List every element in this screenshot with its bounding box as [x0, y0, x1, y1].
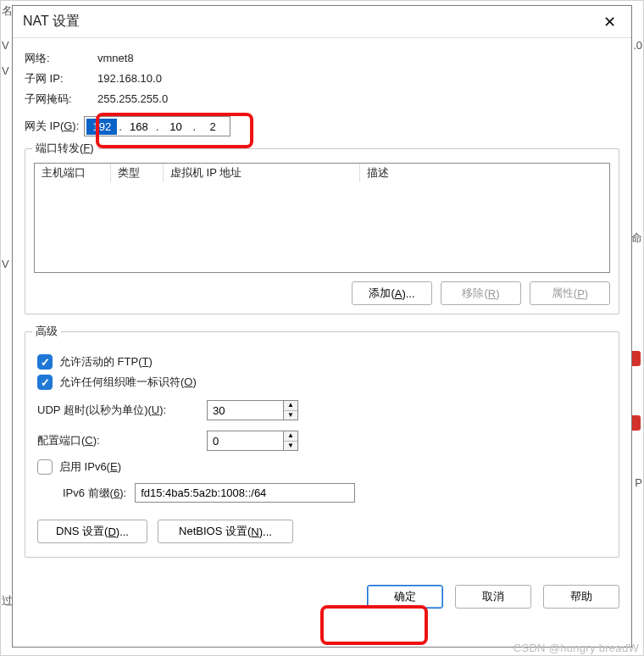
enable-ipv6-checkbox[interactable]: [37, 459, 53, 475]
properties-button[interactable]: 属性(P): [530, 281, 610, 305]
advanced-group: 高级 允许活动的 FTP(T) 允许任何组织唯一标识符(O) U: [25, 331, 619, 558]
spinner-up-icon[interactable]: ▲: [284, 431, 297, 442]
subnet-ip-label: 子网 IP:: [25, 70, 97, 87]
network-value: vmnet8: [97, 50, 619, 67]
ip-dot: .: [154, 120, 161, 133]
table-header: 主机端口 类型 虚拟机 IP 地址 描述: [35, 164, 609, 182]
bg-text: V: [2, 39, 9, 52]
info-grid: 网络: vmnet8 子网 IP: 192.168.10.0 子网掩码: 255…: [25, 50, 619, 108]
allow-active-ftp-label: 允许活动的 FTP(T): [59, 354, 153, 370]
nat-settings-dialog: NAT 设置 ✕ 网络: vmnet8 子网 IP: 192.168.10.0 …: [12, 5, 632, 648]
dialog-footer: 确定 取消 帮助: [13, 570, 631, 617]
spinner-down-icon[interactable]: ▼: [284, 442, 297, 451]
subnet-ip-value: 192.168.10.0: [97, 70, 619, 87]
th-vm-ip[interactable]: 虚拟机 IP 地址: [164, 164, 360, 182]
cancel-button[interactable]: 取消: [455, 585, 531, 609]
port-forwarding-legend: 端口转发(F): [32, 141, 97, 156]
gateway-ip-input[interactable]: . . .: [84, 116, 230, 136]
allow-active-ftp-checkbox[interactable]: [37, 354, 53, 370]
dns-settings-button[interactable]: DNS 设置(D)...: [37, 520, 147, 543]
th-host-port[interactable]: 主机端口: [35, 164, 111, 182]
spinner-down-icon[interactable]: ▼: [284, 411, 297, 420]
gateway-ip-octet-3[interactable]: [161, 119, 192, 135]
bg-text: V: [2, 258, 9, 270]
close-icon[interactable]: ✕: [592, 9, 626, 35]
titlebar: NAT 设置 ✕: [13, 6, 631, 38]
gateway-ip-label: 网关 IP(G):: [25, 119, 79, 134]
udp-timeout-spinner[interactable]: ▲ ▼: [283, 400, 298, 420]
ipv6-prefix-input[interactable]: [135, 483, 355, 503]
dialog-title: NAT 设置: [23, 13, 80, 31]
gateway-ip-octet-4[interactable]: [197, 119, 228, 135]
bg-text: V: [2, 64, 9, 77]
gateway-ip-octet-1[interactable]: [86, 119, 117, 135]
enable-ipv6-label: 启用 IPv6(E): [59, 459, 121, 475]
udp-timeout-input[interactable]: [207, 400, 283, 420]
port-forwarding-group: 端口转发(F) 主机端口 类型 虚拟机 IP 地址 描述 添加(A)... 移除…: [25, 148, 619, 314]
subnet-mask-value: 255.255.255.0: [97, 91, 619, 108]
gateway-ip-octet-2[interactable]: [124, 119, 154, 135]
netbios-settings-button[interactable]: NetBIOS 设置(N)...: [158, 520, 293, 543]
bg-text: P: [635, 476, 642, 489]
port-forwarding-table[interactable]: 主机端口 类型 虚拟机 IP 地址 描述: [34, 163, 610, 273]
bg-text: .0: [633, 39, 642, 52]
remove-button[interactable]: 移除(R): [441, 281, 521, 305]
spinner-up-icon[interactable]: ▲: [284, 401, 297, 411]
config-port-spinner[interactable]: ▲ ▼: [283, 431, 298, 451]
allow-any-oui-checkbox[interactable]: [37, 375, 53, 390]
help-button[interactable]: 帮助: [543, 585, 619, 609]
ok-button[interactable]: 确定: [367, 585, 443, 609]
allow-any-oui-label: 允许任何组织唯一标识符(O): [59, 375, 197, 390]
subnet-mask-label: 子网掩码:: [25, 91, 97, 108]
ip-dot: .: [192, 120, 198, 133]
th-type[interactable]: 类型: [111, 164, 164, 182]
config-port-input[interactable]: [207, 431, 283, 451]
config-port-label: 配置端口(C):: [37, 433, 198, 448]
th-desc[interactable]: 描述: [360, 164, 609, 182]
ip-dot: .: [117, 120, 124, 133]
network-label: 网络:: [25, 50, 97, 67]
udp-timeout-label: UDP 超时(以秒为单位)(U):: [37, 403, 198, 418]
advanced-legend: 高级: [32, 324, 61, 339]
ipv6-prefix-label: IPv6 前缀(6):: [63, 486, 126, 501]
add-button[interactable]: 添加(A)...: [352, 281, 432, 305]
bg-text: 命: [631, 231, 642, 246]
